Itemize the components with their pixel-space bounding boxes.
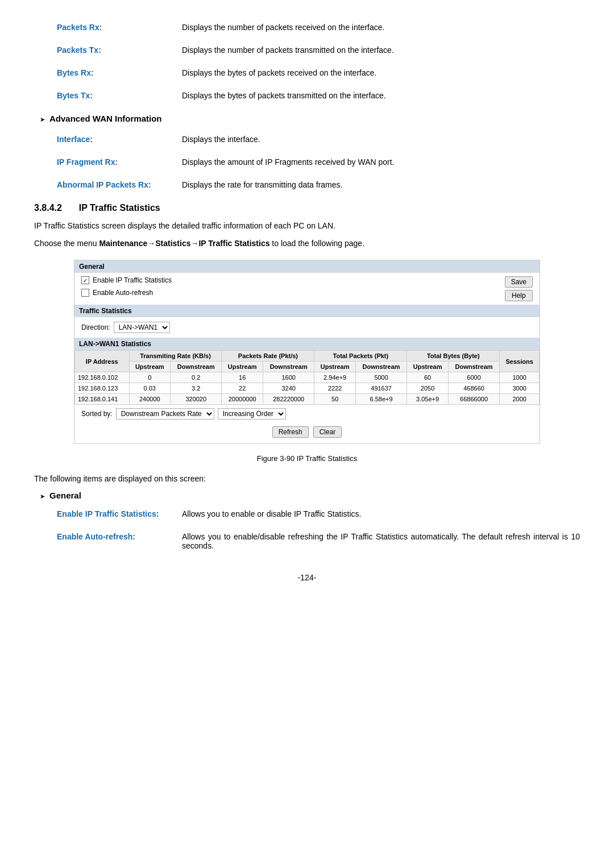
- term-desc-bytes-rx: Displays the bytes of packets received o…: [182, 68, 580, 77]
- th-total-bytes: Total Bytes (Byte): [407, 351, 500, 362]
- term-desc-bytes-tx: Displays the bytes of packets transmitte…: [182, 91, 580, 100]
- direction-row: Direction: LAN->WAN1: [74, 317, 540, 338]
- table-header-row-2: Upstream Downstream Upstream Downstream …: [75, 362, 540, 372]
- enable-auto-refresh-checkbox[interactable]: [81, 289, 89, 297]
- general-section-title: General: [49, 491, 81, 500]
- table-row: 192.168.0.123 0.03 3.2 22 3240 2222 4916…: [75, 383, 540, 394]
- cell-ds-pkt-rate-1: 1600: [263, 372, 314, 383]
- cell-sessions-3: 2000: [500, 394, 540, 405]
- th-downstream-4: Downstream: [448, 362, 499, 372]
- traffic-stats-bar: Traffic Statistics: [74, 305, 540, 317]
- term-label-bytes-tx: Bytes Tx:: [34, 91, 182, 100]
- sort-order-select[interactable]: Increasing Order: [218, 408, 286, 420]
- table-row: 192.168.0.102 0 0.2 16 1600 2.94e+9 5000…: [75, 372, 540, 383]
- enable-ip-traffic-row: ✓ Enable IP Traffic Statistics: [81, 276, 172, 284]
- table-header-row-1: IP Address Transmiting Rate (KB/s) Packe…: [75, 351, 540, 362]
- sort-label: Sorted by:: [81, 410, 113, 418]
- term-packets-rx: Packets Rx: Displays the number of packe…: [34, 23, 580, 32]
- general-section-arrow-icon: [40, 491, 49, 500]
- term-label-interface: Interface:: [34, 135, 182, 144]
- refresh-button[interactable]: Refresh: [272, 426, 309, 438]
- cell-us-pkt-rate-3: 20000000: [222, 394, 263, 405]
- page-number: -124-: [34, 573, 580, 582]
- body-text-2: Choose the menu Maintenance→Statistics→I…: [34, 238, 580, 250]
- term-desc-abnormal-ip: Displays the rate for transmitting data …: [182, 180, 580, 189]
- cell-us-total-bytes-1: 60: [407, 372, 449, 383]
- th-upstream-3: Upstream: [314, 362, 356, 372]
- cell-us-rate-1: 0: [129, 372, 171, 383]
- term-label-packets-tx: Packets Tx:: [34, 45, 182, 55]
- cell-ds-total-bytes-1: 6000: [448, 372, 499, 383]
- term-enable-auto-refresh: Enable Auto-refresh: Allows you to enabl…: [34, 532, 580, 550]
- ui-mockup: General ✓ Enable IP Traffic Statistics E…: [74, 260, 540, 444]
- term-label-abnormal-ip: Abnormal IP Packets Rx:: [34, 180, 182, 189]
- term-bytes-tx: Bytes Tx: Displays the bytes of packets …: [34, 91, 580, 100]
- advanced-wan-title: Advanced WAN Information: [49, 114, 162, 123]
- term-packets-tx: Packets Tx: Displays the number of packe…: [34, 45, 580, 55]
- figure-caption: Figure 3-90 IP Traffic Statistics: [34, 454, 580, 463]
- button-row: Refresh Clear: [74, 423, 540, 443]
- cell-ip-1: 192.168.0.102: [75, 372, 130, 383]
- general-section-header: General: [34, 491, 580, 500]
- save-button[interactable]: Save: [505, 276, 533, 288]
- stats-table-container: IP Address Transmiting Rate (KB/s) Packe…: [74, 350, 540, 405]
- advanced-wan-section-header: Advanced WAN Information: [34, 114, 580, 123]
- direction-label: Direction:: [81, 323, 110, 331]
- term-desc-enable-ip-traffic: Allows you to enable or disable IP Traff…: [182, 509, 580, 518]
- term-enable-ip-traffic: Enable IP Traffic Statistics: Allows you…: [34, 509, 580, 518]
- cell-ds-total-bytes-3: 66866000: [448, 394, 499, 405]
- cell-us-pkt-rate-2: 22: [222, 383, 263, 394]
- th-transmiting-rate: Transmiting Rate (KB/s): [129, 351, 222, 362]
- cell-ds-pkt-rate-3: 282220000: [263, 394, 314, 405]
- th-packets-rate: Packets Rate (Pkt/s): [222, 351, 314, 362]
- save-help-area: Save Help: [505, 276, 533, 301]
- cell-ip-2: 192.168.0.123: [75, 383, 130, 394]
- stats-table: IP Address Transmiting Rate (KB/s) Packe…: [74, 350, 540, 405]
- term-desc-ip-fragment-rx: Displays the amount of IP Fragments rece…: [182, 157, 580, 167]
- th-total-packets: Total Packets (Pkt): [314, 351, 407, 362]
- enable-auto-refresh-row: Enable Auto-refresh: [81, 289, 172, 297]
- cell-ds-total-bytes-2: 468660: [448, 383, 499, 394]
- direction-select[interactable]: LAN->WAN1: [114, 322, 170, 333]
- clear-button[interactable]: Clear: [313, 426, 342, 438]
- cell-ds-total-pkt-2: 491637: [355, 383, 406, 394]
- ui-checks: ✓ Enable IP Traffic Statistics Enable Au…: [81, 276, 172, 299]
- cell-us-total-bytes-2: 2050: [407, 383, 449, 394]
- cell-us-rate-3: 240000: [129, 394, 171, 405]
- cell-ds-rate-3: 320020: [171, 394, 222, 405]
- help-button[interactable]: Help: [505, 290, 533, 301]
- sort-row: Sorted by: Downstream Packets Rate Incre…: [74, 405, 540, 423]
- term-desc-interface: Displays the interface.: [182, 135, 580, 144]
- general-body: ✓ Enable IP Traffic Statistics Enable Au…: [74, 273, 540, 305]
- term-desc-packets-tx: Displays the number of packets transmitt…: [182, 45, 580, 55]
- stats-table-body: 192.168.0.102 0 0.2 16 1600 2.94e+9 5000…: [75, 372, 540, 405]
- cell-us-pkt-rate-1: 16: [222, 372, 263, 383]
- term-interface: Interface: Displays the interface.: [34, 135, 580, 144]
- term-label-enable-ip-traffic: Enable IP Traffic Statistics:: [34, 509, 182, 518]
- cell-ds-rate-2: 3.2: [171, 383, 222, 394]
- body-text-1: IP Traffic Statistics screen displays th…: [34, 220, 580, 232]
- cell-us-total-pkt-1: 2.94e+9: [314, 372, 356, 383]
- term-ip-fragment-rx: IP Fragment Rx: Displays the amount of I…: [34, 157, 580, 167]
- sort-by-select[interactable]: Downstream Packets Rate: [116, 408, 214, 420]
- enable-ip-traffic-checkbox[interactable]: ✓: [81, 276, 89, 284]
- table-row: 192.168.0.141 240000 320020 20000000 282…: [75, 394, 540, 405]
- cell-ds-total-pkt-1: 5000: [355, 372, 406, 383]
- cell-ds-pkt-rate-2: 3240: [263, 383, 314, 394]
- subsection-title: IP Traffic Statistics: [79, 203, 160, 213]
- cell-us-total-pkt-2: 2222: [314, 383, 356, 394]
- lan-wan-bar: LAN->WAN1 Statistics: [74, 338, 540, 350]
- th-upstream-1: Upstream: [129, 362, 171, 372]
- section-arrow-icon: [40, 114, 49, 123]
- general-bar: General: [74, 260, 540, 273]
- term-abnormal-ip: Abnormal IP Packets Rx: Displays the rat…: [34, 180, 580, 189]
- cell-ip-3: 192.168.0.141: [75, 394, 130, 405]
- subsection-number: 3.8.4.2: [34, 203, 62, 213]
- term-label-bytes-rx: Bytes Rx:: [34, 68, 182, 77]
- term-label-packets-rx: Packets Rx:: [34, 23, 182, 32]
- term-label-enable-auto-refresh: Enable Auto-refresh:: [34, 532, 182, 541]
- th-upstream-4: Upstream: [407, 362, 449, 372]
- th-downstream-3: Downstream: [355, 362, 406, 372]
- cell-us-total-pkt-3: 50: [314, 394, 356, 405]
- cell-us-total-bytes-3: 3.05e+9: [407, 394, 449, 405]
